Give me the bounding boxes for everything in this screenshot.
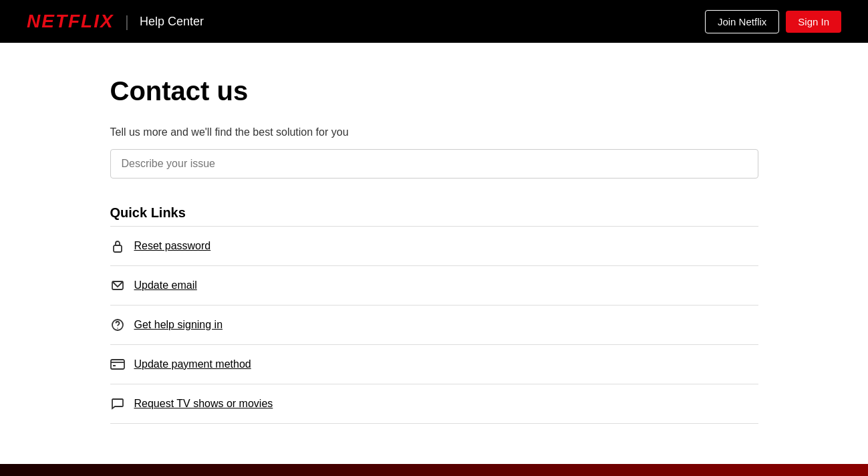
help-center-label: Help Center <box>140 15 204 29</box>
header-left: NETFLIX | Help Center <box>27 11 204 32</box>
main-content: Contact us Tell us more and we'll find t… <box>84 43 785 464</box>
subtitle: Tell us more and we'll find the best sol… <box>110 126 758 138</box>
get-help-signing-link[interactable]: Get help signing in <box>134 319 223 331</box>
update-payment-link[interactable]: Update payment method <box>134 358 251 370</box>
footer: English Español Français Deutsch ▼ ✓ COM… <box>0 464 868 476</box>
email-icon <box>110 278 125 293</box>
header: NETFLIX | Help Center Join Netflix Sign … <box>0 0 868 43</box>
reset-password-link[interactable]: Reset password <box>134 240 211 252</box>
svg-rect-4 <box>111 360 124 369</box>
svg-rect-0 <box>114 245 122 252</box>
header-divider: | <box>125 12 129 31</box>
question-icon <box>110 318 125 332</box>
list-item[interactable]: Get help signing in <box>110 306 758 345</box>
quick-links-title: Quick Links <box>110 205 758 221</box>
request-tv-link[interactable]: Request TV shows or movies <box>134 398 273 410</box>
sign-in-button[interactable]: Sign In <box>786 11 841 33</box>
list-item[interactable]: Update email <box>110 266 758 306</box>
list-item[interactable]: Reset password <box>110 226 758 266</box>
chat-icon <box>110 396 125 411</box>
search-input[interactable] <box>110 149 758 178</box>
update-email-link[interactable]: Update email <box>134 279 197 291</box>
quick-links-list: Reset password Update email Get help <box>110 226 758 424</box>
netflix-logo: NETFLIX <box>27 11 114 32</box>
lock-icon <box>110 239 125 253</box>
join-netflix-button[interactable]: Join Netflix <box>705 10 779 33</box>
list-item[interactable]: Update payment method <box>110 345 758 384</box>
card-icon <box>110 357 125 372</box>
list-item[interactable]: Request TV shows or movies <box>110 384 758 424</box>
svg-point-3 <box>117 328 118 329</box>
header-actions: Join Netflix Sign In <box>705 10 841 33</box>
page-title: Contact us <box>110 76 758 106</box>
